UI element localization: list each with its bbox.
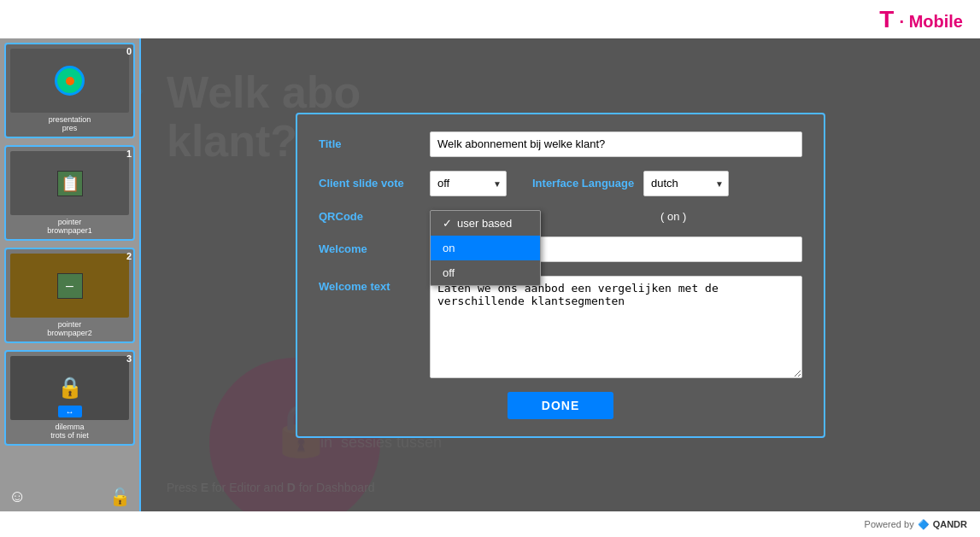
client-slide-vote-select-wrapper: off on ▼ — [430, 171, 507, 196]
slide-2-badge: 2 — [126, 251, 132, 261]
done-button[interactable]: DONE — [508, 392, 613, 419]
smiley-icon[interactable]: ☺ — [9, 487, 26, 507]
title-row: Title — [319, 131, 802, 157]
sidebar-item-slide-3[interactable]: 🔒 ↔ dilemma trots of niet 3 — [4, 350, 135, 446]
sidebar-item-slide-0[interactable]: presentation pres 0 › — [4, 43, 135, 138]
sidebar: presentation pres 0 › 📋 pointer brownpap… — [0, 38, 141, 511]
dropdown-label-off: off — [443, 266, 455, 279]
checkmark-icon: ✓ — [443, 217, 452, 230]
slide-1-icon: 📋 — [57, 171, 83, 196]
interface-language-select-wrapper: dutch english ▼ — [643, 171, 729, 196]
welcome-label: Welcome — [319, 242, 430, 255]
qrcode-status: ( on ) — [660, 210, 686, 223]
slide-0-badge: 0 — [126, 46, 132, 56]
powered-by-text: Powered by — [865, 519, 914, 529]
qrcode-dropdown[interactable]: ✓ user based on off — [430, 210, 541, 286]
lock-icon[interactable]: 🔓 — [109, 487, 131, 507]
dropdown-label-on: on — [443, 242, 455, 254]
tmobile-logo: T · Mobile — [879, 6, 963, 33]
client-language-row: Client slide vote off on ▼ Interface Lan… — [319, 171, 802, 196]
welcome-row: Welcome — [319, 236, 802, 262]
interface-language-label: Interface Language — [532, 177, 643, 190]
powered-by-separator: 🔷 — [918, 519, 930, 530]
slide-2-icon: – — [57, 273, 83, 299]
slide-3-label: dilemma trots of niet — [10, 423, 129, 440]
client-slide-vote-select[interactable]: off on — [430, 171, 507, 196]
slide-3-badge: 3 — [126, 353, 132, 364]
welcome-text-row: Welcome text Laten we ons aanbod een ver… — [319, 276, 802, 378]
slide-2-thumb: – — [10, 254, 129, 318]
tmobile-text: · Mobile — [900, 12, 963, 31]
slide-1-badge: 1 — [126, 149, 132, 159]
welcome-text-label: Welcome text — [319, 280, 430, 293]
main-content: Welk aboklant? 🔒 Gecombineerde resin ses… — [141, 38, 980, 511]
slide-0-thumb — [10, 49, 129, 113]
sidebar-item-slide-2[interactable]: – pointer brownpaper2 2 — [4, 248, 135, 343]
tmobile-t-icon: T — [879, 6, 894, 32]
dropdown-item-on[interactable]: on — [431, 236, 540, 260]
dropdown-item-off[interactable]: off — [431, 260, 540, 285]
slide-3-thumb: 🔒 ↔ — [10, 356, 129, 420]
modal-dialog: Title Client slide vote off on ▼ Interfa… — [296, 113, 825, 438]
interface-language-select[interactable]: dutch english — [643, 171, 729, 196]
title-input[interactable] — [430, 131, 802, 157]
slide-1-label: pointer brownpaper1 — [10, 218, 129, 235]
slide-2-label: pointer brownpaper2 — [10, 320, 129, 337]
qrcode-label: QRCode — [319, 210, 430, 223]
sidebar-bottom: ☺ 🔓 — [0, 487, 139, 507]
slide-0-icon — [55, 66, 85, 96]
welcome-text-textarea[interactable]: Laten we ons aanbod een vergelijken met … — [430, 276, 802, 378]
modal-overlay: Title Client slide vote off on ▼ Interfa… — [141, 38, 980, 511]
dropdown-item-user-based[interactable]: ✓ user based — [431, 211, 540, 236]
bottom-bar: Powered by 🔷 QANDR — [0, 511, 980, 537]
slide-0-label: presentation pres — [10, 115, 129, 132]
interface-language-group: Interface Language dutch english ▼ — [532, 171, 729, 196]
qrcode-row: QRCode ✓ user based on off ( on ) — [319, 210, 802, 223]
client-slide-vote-label: Client slide vote — [319, 177, 430, 190]
slide-1-thumb: 📋 — [10, 151, 129, 215]
sidebar-item-slide-1[interactable]: 📋 pointer brownpaper1 1 — [4, 145, 135, 241]
dropdown-label-user-based: user based — [457, 217, 512, 230]
qandr-logo: QANDR — [933, 519, 967, 529]
title-label: Title — [319, 137, 430, 150]
top-bar: T · Mobile — [0, 0, 980, 38]
